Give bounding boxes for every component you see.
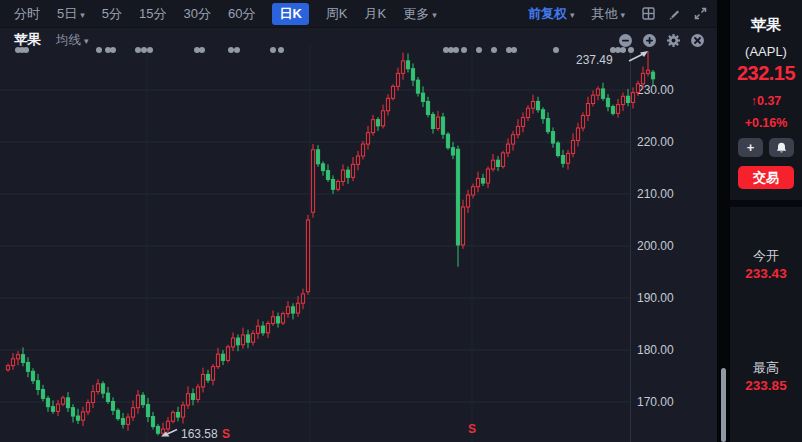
- price-alert-button[interactable]: [769, 138, 794, 157]
- candle: [316, 145, 319, 167]
- candle: [236, 334, 239, 351]
- svg-text:220.00: 220.00: [637, 135, 674, 149]
- candle: [16, 351, 19, 365]
- candle: [556, 141, 559, 158]
- candle: [611, 105, 614, 116]
- candle: [26, 357, 29, 377]
- chevron-down-icon: ▾: [432, 10, 437, 20]
- candle: [41, 385, 44, 401]
- candle: [261, 321, 264, 335]
- candle: [416, 77, 419, 97]
- trade-button[interactable]: 交易: [738, 166, 794, 189]
- gear-settings-icon[interactable]: [666, 33, 681, 48]
- candle: [401, 53, 404, 80]
- trading-app: 分时5日▾5分15分30分60分日K周K月K更多▾ 前复权 ▾ 其他 ▾: [0, 0, 802, 442]
- adjust-label: 前复权: [528, 5, 567, 23]
- candle: [331, 175, 334, 194]
- candle: [121, 413, 124, 429]
- period-button-月K[interactable]: 月K: [364, 5, 386, 23]
- today-open-label: 今开: [730, 247, 802, 265]
- symbol-name: 苹果: [14, 31, 41, 49]
- fullscreen-expand-icon[interactable]: [694, 7, 707, 20]
- period-button-60分[interactable]: 60分: [228, 5, 255, 23]
- candle: [296, 296, 299, 317]
- quote-change-percent: +0.16%: [730, 116, 802, 130]
- candle: [621, 93, 624, 111]
- candle: [631, 87, 634, 108]
- scrollbar-thumb[interactable]: [721, 368, 726, 442]
- period-button-分时[interactable]: 分时: [14, 5, 40, 23]
- candle: [76, 409, 79, 424]
- grid-layout-icon[interactable]: [642, 7, 655, 20]
- today-open-value: 233.43: [730, 266, 802, 281]
- candle: [411, 63, 414, 86]
- period-button-更多[interactable]: 更多▾: [403, 5, 437, 23]
- candle: [461, 200, 464, 249]
- candle: [106, 387, 109, 404]
- toolbar-right: 前复权 ▾ 其他 ▾: [528, 5, 717, 23]
- candle: [226, 345, 229, 363]
- candle: [231, 332, 234, 351]
- symbol-subbar: 苹果 均线 ▾: [0, 28, 717, 52]
- candle: [451, 142, 454, 159]
- candle: [566, 150, 569, 170]
- candle: [646, 51, 649, 76]
- candle: [116, 408, 119, 420]
- chevron-down-icon: ▾: [570, 10, 575, 20]
- adjust-dropdown[interactable]: 前复权 ▾: [528, 5, 575, 23]
- svg-text:210.00: 210.00: [637, 187, 674, 201]
- candle: [126, 413, 129, 430]
- chevron-down-icon: ▾: [84, 36, 89, 46]
- chevron-down-icon: ▾: [620, 10, 625, 20]
- close-icon[interactable]: [690, 33, 705, 48]
- candle: [241, 328, 244, 349]
- candle: [501, 151, 504, 169]
- candlestick-chart[interactable]: 230.00220.00210.00200.00190.00180.00170.…: [0, 44, 717, 442]
- period-button-15分[interactable]: 15分: [139, 5, 166, 23]
- panel-divider: [730, 200, 802, 207]
- candle: [561, 150, 564, 168]
- candle: [186, 386, 189, 409]
- candlestick-series: [6, 51, 654, 436]
- bell-icon: [776, 142, 787, 154]
- candle: [96, 379, 99, 394]
- candle: [496, 156, 499, 171]
- ma-dropdown[interactable]: 均线 ▾: [56, 32, 89, 49]
- toolbar-periods: 分时5日▾5分15分30分60分日K周K月K更多▾: [14, 3, 454, 25]
- other-dropdown[interactable]: 其他 ▾: [591, 5, 625, 23]
- period-button-5日[interactable]: 5日▾: [57, 5, 85, 23]
- candle: [251, 330, 254, 345]
- period-button-周K[interactable]: 周K: [326, 5, 348, 23]
- plus-icon: +: [747, 140, 755, 155]
- candle: [381, 105, 384, 129]
- day-high-label: 最高: [730, 359, 802, 377]
- candle: [71, 404, 74, 422]
- candle: [306, 215, 309, 295]
- panel-gutter: [717, 0, 730, 442]
- candle: [151, 412, 154, 430]
- svg-text:200.00: 200.00: [637, 239, 674, 253]
- candle: [426, 97, 429, 118]
- period-button-30分[interactable]: 30分: [183, 5, 210, 23]
- period-button-日K[interactable]: 日K: [272, 3, 308, 25]
- candle: [596, 86, 599, 100]
- candle: [506, 138, 509, 157]
- candle: [546, 112, 549, 134]
- zoom-in-icon[interactable]: [642, 33, 657, 48]
- candle: [421, 86, 424, 107]
- candle: [196, 384, 199, 403]
- candle: [271, 310, 274, 326]
- pen-draw-icon[interactable]: [668, 7, 681, 20]
- add-watchlist-button[interactable]: +: [738, 138, 763, 157]
- candle: [291, 303, 294, 319]
- candle: [311, 144, 314, 218]
- candle: [586, 97, 589, 121]
- candle: [66, 392, 69, 412]
- chart-module: 分时5日▾5分15分30分60分日K周K月K更多▾ 前复权 ▾ 其他 ▾: [0, 0, 717, 442]
- quote-symbol-name: 苹果: [730, 16, 802, 35]
- candle: [141, 392, 144, 408]
- candle: [281, 312, 284, 326]
- zoom-out-icon[interactable]: [618, 33, 633, 48]
- period-button-5分[interactable]: 5分: [102, 5, 122, 23]
- candle: [406, 54, 409, 73]
